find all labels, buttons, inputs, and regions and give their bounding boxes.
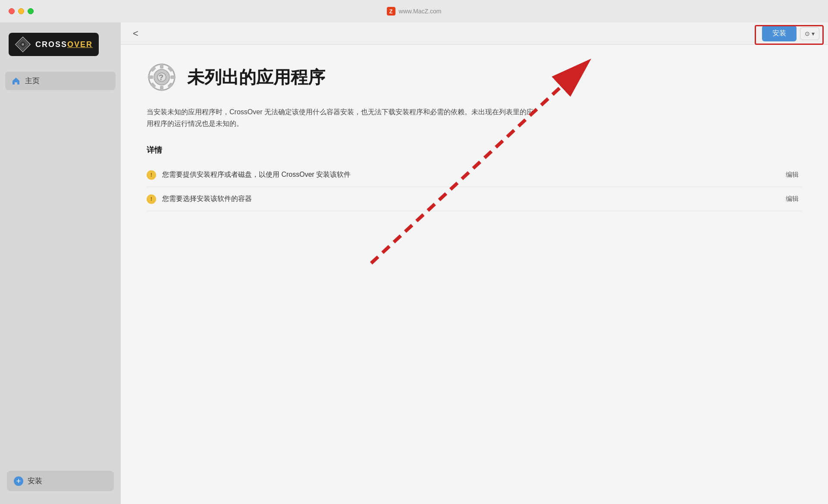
svg-rect-11 — [170, 75, 176, 79]
more-options-button[interactable]: ⊙ ▾ — [800, 27, 819, 40]
logo-text: CROSSOVER — [35, 40, 93, 49]
title-bar-center: Z www.MacZ.com — [387, 7, 442, 16]
maximize-button[interactable] — [28, 8, 34, 14]
title-bar-website: www.MacZ.com — [399, 8, 442, 15]
home-icon — [11, 76, 21, 86]
app-header: ? 未列出的应用程序 — [147, 62, 802, 92]
sidebar-logo: CROSSOVER — [0, 22, 121, 68]
sidebar-install-button[interactable]: + 安装 — [7, 471, 114, 491]
title-bar: Z www.MacZ.com — [0, 0, 828, 22]
main-topbar: < 安装 ⊙ ▾ — [121, 22, 828, 45]
close-button[interactable] — [9, 8, 15, 14]
details-section: 详情 ! 您需要提供安装程序或者磁盘，以使用 CrossOver 安装该软件 编… — [147, 145, 802, 211]
warning-icon-installer: ! — [147, 170, 156, 180]
more-icon: ⊙ — [805, 30, 810, 37]
detail-item-container: ! 您需要选择安装该软件的容器 编辑 — [147, 187, 802, 211]
detail-item-installer: ! 您需要提供安装程序或者磁盘，以使用 CrossOver 安装该软件 编辑 — [147, 163, 802, 187]
svg-point-6 — [22, 43, 24, 46]
description-text: 当安装未知的应用程序时，CrossOver 无法确定该使用什么容器安装，也无法下… — [147, 106, 535, 129]
app-body: CROSSOVER 主页 + 安装 < — [0, 22, 828, 504]
sidebar: CROSSOVER 主页 + 安装 — [0, 22, 121, 504]
details-title: 详情 — [147, 145, 802, 155]
edit-button-installer[interactable]: 编辑 — [782, 169, 802, 181]
warning-icon-container: ! — [147, 194, 156, 204]
detail-text-installer: 您需要提供安装程序或者磁盘，以使用 CrossOver 安装该软件 — [162, 170, 776, 179]
detail-text-container: 您需要选择安装该软件的容器 — [162, 194, 776, 203]
traffic-lights — [9, 8, 34, 14]
app-title: 未列出的应用程序 — [187, 66, 325, 89]
logo-box: CROSSOVER — [9, 33, 99, 56]
sidebar-item-home[interactable]: 主页 — [5, 72, 116, 90]
content-area: ? 未列出的应用程序 当安装未知的应用程序时，CrossOver 无法确定该使用… — [121, 45, 828, 504]
app-gear-icon: ? — [147, 62, 177, 92]
minimize-button[interactable] — [18, 8, 24, 14]
svg-rect-9 — [160, 86, 163, 91]
svg-rect-8 — [160, 63, 163, 69]
sidebar-nav: 主页 — [0, 68, 121, 462]
sidebar-home-label: 主页 — [25, 76, 40, 86]
sidebar-install-label: 安装 — [28, 476, 42, 486]
crossover-diamond-icon — [15, 36, 31, 53]
main-content: < 安装 ⊙ ▾ — [121, 22, 828, 504]
macz-z-icon: Z — [387, 7, 395, 16]
back-button[interactable]: < — [129, 26, 142, 41]
svg-text:?: ? — [159, 73, 163, 82]
install-button[interactable]: 安装 — [762, 25, 797, 41]
chevron-down-icon: ▾ — [812, 30, 815, 37]
edit-button-container[interactable]: 编辑 — [782, 193, 802, 205]
sidebar-bottom: + 安装 — [0, 462, 121, 504]
plus-icon: + — [14, 476, 23, 486]
svg-rect-10 — [148, 75, 153, 79]
topbar-right: 安装 ⊙ ▾ — [762, 25, 819, 41]
